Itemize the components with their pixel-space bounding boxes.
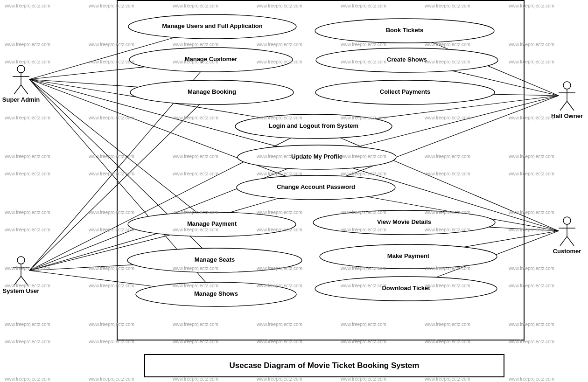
usecase-label-manage_customer: Manage Customer [185,56,238,63]
svg-point-5 [17,257,25,264]
actor-label-hall_owner: Hall Owner [551,112,583,119]
svg-line-18 [560,236,567,246]
assoc-hall_owner-collect_payments [494,94,559,96]
svg-line-14 [567,101,574,111]
usecase-label-book_tickets: Book Tickets [386,27,424,34]
svg-line-9 [21,276,28,285]
svg-line-4 [21,85,28,94]
assoc-super_admin-manage_booking [29,79,138,87]
usecase-label-manage_users: Manage Users and Full Application [162,22,263,29]
actor-customer: Customer [553,217,581,255]
usecase-diagram: Manage Users and Full ApplicationManage … [0,0,588,382]
usecase-label-manage_seats: Manage Seats [195,256,235,263]
usecase-label-manage_payment: Manage Payment [187,220,237,227]
usecase-label-collect_payments: Collect Payments [380,88,430,95]
assoc-system_user-manage_shows [29,271,155,286]
usecase-label-manage_booking: Manage Booking [188,88,236,95]
actor-system_user: System User [3,257,40,294]
actor-label-customer: Customer [553,248,581,255]
svg-line-3 [14,85,21,94]
svg-line-8 [14,276,21,285]
svg-point-0 [17,65,25,73]
usecase-label-create_shows: Create Shows [387,56,427,63]
usecase-label-view_movie: View Movie Details [377,218,431,225]
usecase-label-make_payment: Make Payment [387,252,430,259]
svg-line-13 [560,101,567,111]
actor-label-super_admin: Super Admin [2,96,40,103]
usecase-label-update_profile: Update My Profile [291,153,343,160]
actor-label-system_user: System User [3,287,40,294]
assoc-super_admin-manage_customer [29,67,145,79]
svg-point-15 [563,217,571,224]
svg-line-19 [567,236,574,246]
usecase-label-download_ticket: Download Ticket [382,285,430,292]
assoc-customer-make_payment [464,231,559,247]
usecase-label-change_password: Change Account Password [277,183,355,190]
usecase-label-login_logout: Login and Logout from System [269,122,358,129]
svg-point-10 [563,82,571,89]
assoc-system_user-manage_seats [29,265,133,271]
actor-hall_owner: Hall Owner [551,82,583,119]
diagram-title: Usecase Diagram of Movie Ticket Booking … [230,361,420,370]
usecase-label-manage_shows: Manage Shows [194,290,238,297]
